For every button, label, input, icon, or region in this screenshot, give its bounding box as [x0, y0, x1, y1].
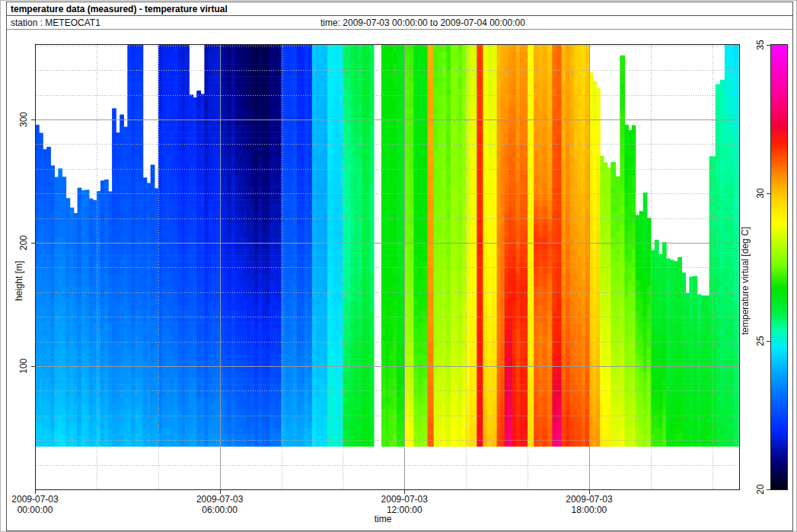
x-tick-label: 2009-07-03 12:00:00 [381, 494, 428, 515]
station-label: station : METEOCAT1 [11, 18, 100, 28]
colorbar-tick-label: 30 [755, 188, 766, 198]
chart-panel: temperature data (measured) - temperatur… [6, 2, 793, 531]
x-tick-date: 2009-07-03 [196, 494, 243, 505]
tick-mark [767, 341, 770, 342]
colorbar-title: temperature virtual [deg C] [740, 227, 751, 335]
subheader-divider [7, 29, 792, 30]
app-window: temperature data (measured) - temperatur… [0, 0, 797, 532]
y-tick-label: 200 [18, 235, 29, 250]
tick-mark [35, 490, 36, 494]
x-axis-title: time [375, 514, 392, 524]
x-tick-date: 2009-07-03 [11, 494, 58, 505]
tick-mark [404, 490, 405, 494]
tick-mark [589, 490, 590, 494]
y-axis-title: height [m] [14, 261, 24, 301]
y-tick-label: 300 [18, 112, 29, 127]
tick-mark [31, 119, 35, 120]
x-tick-label: 2009-07-03 06:00:00 [196, 494, 243, 515]
tick-mark [31, 243, 35, 244]
x-tick-time: 06:00:00 [196, 505, 243, 515]
x-tick-date: 2009-07-03 [381, 494, 428, 505]
time-range-label: time: 2009-07-03 00:00:00 to 2009-07-04 … [320, 18, 525, 28]
header-divider [7, 15, 792, 16]
x-tick-label: 2009-07-03 00:00:00 [11, 494, 58, 515]
colorbar-gradient [771, 45, 787, 489]
heatmap-canvas[interactable] [36, 45, 739, 489]
tick-mark [31, 366, 35, 367]
x-tick-time: 18:00:00 [566, 505, 612, 515]
tick-mark [767, 45, 770, 46]
colorbar-tick-label: 25 [755, 336, 766, 346]
colorbar-tick-label: 35 [755, 40, 766, 49]
tick-mark [220, 490, 221, 494]
x-tick-date: 2009-07-03 [566, 494, 612, 505]
tick-mark [767, 489, 770, 490]
x-tick-label: 2009-07-03 18:00:00 [566, 494, 612, 515]
x-tick-time: 00:00:00 [11, 505, 58, 515]
tick-mark [767, 193, 770, 194]
colorbar-tick-label: 20 [755, 484, 766, 494]
y-tick-label: 100 [18, 358, 29, 374]
chart-title: temperature data (measured) - temperatur… [11, 4, 228, 14]
